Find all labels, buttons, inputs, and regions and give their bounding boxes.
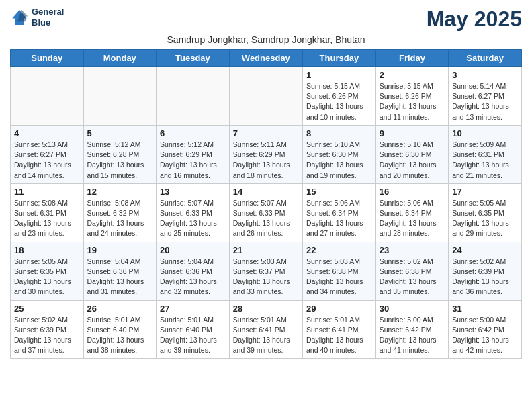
day-number: 11: [14, 187, 80, 197]
day-info: Sunrise: 5:07 AM Sunset: 6:33 PM Dayligh…: [233, 198, 299, 239]
day-number: 2: [380, 70, 445, 80]
day-number: 29: [306, 304, 372, 314]
day-number: 5: [87, 128, 153, 138]
day-info: Sunrise: 5:08 AM Sunset: 6:32 PM Dayligh…: [87, 198, 153, 239]
day-number: 22: [306, 245, 372, 255]
logo-line2: Blue: [32, 17, 64, 28]
day-number: 21: [233, 245, 299, 255]
week-row-2: 4Sunrise: 5:13 AM Sunset: 6:27 PM Daylig…: [11, 125, 522, 183]
calendar-cell: [11, 67, 84, 126]
day-info: Sunrise: 5:15 AM Sunset: 6:26 PM Dayligh…: [306, 81, 372, 122]
day-number: 25: [14, 304, 80, 314]
calendar-cell: 25Sunrise: 5:02 AM Sunset: 6:39 PM Dayli…: [11, 300, 84, 359]
calendar-cell: 5Sunrise: 5:12 AM Sunset: 6:28 PM Daylig…: [83, 125, 157, 183]
calendar-cell: 21Sunrise: 5:03 AM Sunset: 6:37 PM Dayli…: [229, 242, 302, 300]
calendar-cell: 19Sunrise: 5:04 AM Sunset: 6:36 PM Dayli…: [83, 242, 157, 300]
calendar-cell: 4Sunrise: 5:13 AM Sunset: 6:27 PM Daylig…: [11, 125, 84, 183]
week-row-5: 25Sunrise: 5:02 AM Sunset: 6:39 PM Dayli…: [11, 300, 522, 359]
day-info: Sunrise: 5:09 AM Sunset: 6:31 PM Dayligh…: [452, 140, 518, 181]
day-number: 14: [233, 187, 299, 197]
calendar-cell: 27Sunrise: 5:01 AM Sunset: 6:40 PM Dayli…: [157, 300, 230, 359]
day-number: 1: [306, 70, 372, 80]
calendar-cell: 31Sunrise: 5:00 AM Sunset: 6:42 PM Dayli…: [449, 300, 522, 359]
day-info: Sunrise: 5:06 AM Sunset: 6:34 PM Dayligh…: [380, 198, 445, 239]
logo: General Blue: [10, 7, 64, 28]
weekday-header-thursday: Thursday: [302, 50, 375, 67]
calendar-cell: 9Sunrise: 5:10 AM Sunset: 6:30 PM Daylig…: [375, 125, 448, 183]
day-info: Sunrise: 5:02 AM Sunset: 6:39 PM Dayligh…: [452, 257, 518, 298]
calendar-cell: 7Sunrise: 5:11 AM Sunset: 6:29 PM Daylig…: [229, 125, 302, 183]
day-info: Sunrise: 5:00 AM Sunset: 6:42 PM Dayligh…: [380, 315, 445, 356]
weekday-header-friday: Friday: [375, 50, 448, 67]
day-info: Sunrise: 5:10 AM Sunset: 6:30 PM Dayligh…: [380, 140, 445, 181]
calendar-cell: 14Sunrise: 5:07 AM Sunset: 6:33 PM Dayli…: [229, 183, 302, 242]
calendar-cell: 13Sunrise: 5:07 AM Sunset: 6:33 PM Dayli…: [157, 183, 230, 242]
calendar-cell: [83, 67, 157, 126]
day-info: Sunrise: 5:11 AM Sunset: 6:29 PM Dayligh…: [233, 140, 299, 181]
calendar-cell: 29Sunrise: 5:01 AM Sunset: 6:41 PM Dayli…: [302, 300, 375, 359]
calendar-cell: 12Sunrise: 5:08 AM Sunset: 6:32 PM Dayli…: [83, 183, 157, 242]
calendar-cell: 10Sunrise: 5:09 AM Sunset: 6:31 PM Dayli…: [449, 125, 522, 183]
day-info: Sunrise: 5:14 AM Sunset: 6:27 PM Dayligh…: [452, 81, 518, 122]
day-info: Sunrise: 5:01 AM Sunset: 6:41 PM Dayligh…: [306, 315, 372, 356]
day-info: Sunrise: 5:07 AM Sunset: 6:33 PM Dayligh…: [160, 198, 226, 239]
header: General Blue May 2025: [10, 7, 522, 32]
calendar-cell: [157, 67, 230, 126]
day-number: 27: [160, 304, 226, 314]
day-info: Sunrise: 5:05 AM Sunset: 6:35 PM Dayligh…: [14, 257, 80, 298]
day-info: Sunrise: 5:15 AM Sunset: 6:26 PM Dayligh…: [380, 81, 445, 122]
subtitle: Samdrup Jongkhar, Samdrup Jongkhar, Bhut…: [10, 34, 522, 45]
day-info: Sunrise: 5:13 AM Sunset: 6:27 PM Dayligh…: [14, 140, 80, 181]
day-number: 10: [452, 128, 518, 138]
day-info: Sunrise: 5:02 AM Sunset: 6:39 PM Dayligh…: [14, 315, 80, 356]
day-info: Sunrise: 5:01 AM Sunset: 6:40 PM Dayligh…: [87, 315, 153, 356]
calendar-cell: 2Sunrise: 5:15 AM Sunset: 6:26 PM Daylig…: [375, 67, 448, 126]
day-info: Sunrise: 5:03 AM Sunset: 6:37 PM Dayligh…: [233, 257, 299, 298]
day-number: 15: [306, 187, 372, 197]
calendar-cell: 3Sunrise: 5:14 AM Sunset: 6:27 PM Daylig…: [449, 67, 522, 126]
calendar-cell: 30Sunrise: 5:00 AM Sunset: 6:42 PM Dayli…: [375, 300, 448, 359]
day-number: 30: [380, 304, 445, 314]
day-number: 13: [160, 187, 226, 197]
calendar-cell: 22Sunrise: 5:03 AM Sunset: 6:38 PM Dayli…: [302, 242, 375, 300]
week-row-4: 18Sunrise: 5:05 AM Sunset: 6:35 PM Dayli…: [11, 242, 522, 300]
day-number: 20: [160, 245, 226, 255]
day-info: Sunrise: 5:04 AM Sunset: 6:36 PM Dayligh…: [87, 257, 153, 298]
day-number: 4: [14, 128, 80, 138]
calendar: SundayMondayTuesdayWednesdayThursdayFrid…: [10, 49, 522, 359]
day-number: 16: [380, 187, 445, 197]
weekday-header-sunday: Sunday: [11, 50, 84, 67]
calendar-cell: 23Sunrise: 5:02 AM Sunset: 6:38 PM Dayli…: [375, 242, 448, 300]
day-info: Sunrise: 5:00 AM Sunset: 6:42 PM Dayligh…: [452, 315, 518, 356]
day-number: 12: [87, 187, 153, 197]
day-number: 28: [233, 304, 299, 314]
week-row-1: 1Sunrise: 5:15 AM Sunset: 6:26 PM Daylig…: [11, 67, 522, 126]
day-info: Sunrise: 5:12 AM Sunset: 6:28 PM Dayligh…: [87, 140, 153, 181]
weekday-header-monday: Monday: [83, 50, 157, 67]
day-number: 3: [452, 70, 518, 80]
day-number: 19: [87, 245, 153, 255]
month-title: May 2025: [427, 7, 522, 32]
calendar-cell: 28Sunrise: 5:01 AM Sunset: 6:41 PM Dayli…: [229, 300, 302, 359]
weekday-header-wednesday: Wednesday: [229, 50, 302, 67]
day-number: 23: [380, 245, 445, 255]
day-info: Sunrise: 5:04 AM Sunset: 6:36 PM Dayligh…: [160, 257, 226, 298]
calendar-cell: 15Sunrise: 5:06 AM Sunset: 6:34 PM Dayli…: [302, 183, 375, 242]
calendar-cell: [229, 67, 302, 126]
day-info: Sunrise: 5:06 AM Sunset: 6:34 PM Dayligh…: [306, 198, 372, 239]
day-number: 7: [233, 128, 299, 138]
calendar-cell: 20Sunrise: 5:04 AM Sunset: 6:36 PM Dayli…: [157, 242, 230, 300]
logo-icon: [10, 8, 29, 27]
day-number: 9: [380, 128, 445, 138]
day-number: 8: [306, 128, 372, 138]
calendar-cell: 1Sunrise: 5:15 AM Sunset: 6:26 PM Daylig…: [302, 67, 375, 126]
day-number: 31: [452, 304, 518, 314]
calendar-cell: 16Sunrise: 5:06 AM Sunset: 6:34 PM Dayli…: [375, 183, 448, 242]
week-row-3: 11Sunrise: 5:08 AM Sunset: 6:31 PM Dayli…: [11, 183, 522, 242]
day-info: Sunrise: 5:02 AM Sunset: 6:38 PM Dayligh…: [380, 257, 445, 298]
calendar-cell: 17Sunrise: 5:05 AM Sunset: 6:35 PM Dayli…: [449, 183, 522, 242]
calendar-cell: 24Sunrise: 5:02 AM Sunset: 6:39 PM Dayli…: [449, 242, 522, 300]
day-number: 18: [14, 245, 80, 255]
weekday-header-row: SundayMondayTuesdayWednesdayThursdayFrid…: [11, 50, 522, 67]
day-info: Sunrise: 5:03 AM Sunset: 6:38 PM Dayligh…: [306, 257, 372, 298]
